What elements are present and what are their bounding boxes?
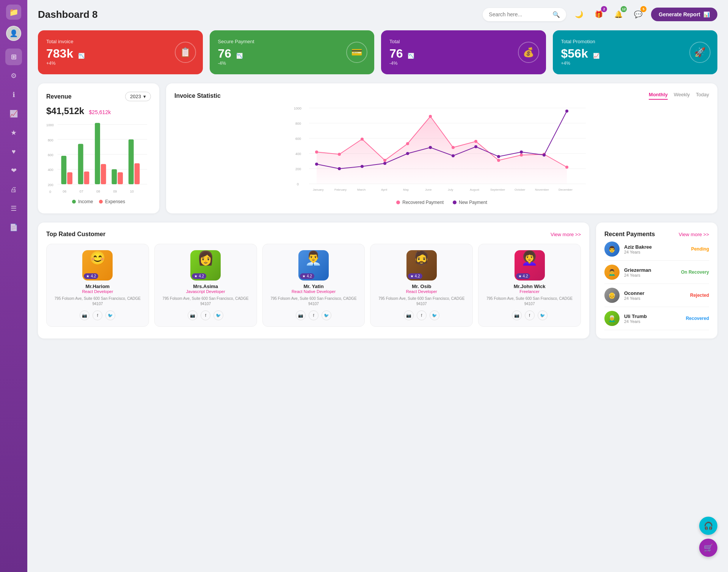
- svg-text:August: August: [470, 188, 480, 191]
- svg-point-68: [429, 146, 432, 149]
- social-icons-2: 📷 f 🐦: [267, 310, 360, 320]
- list-icon: ☰: [11, 204, 17, 213]
- tab-monthly[interactable]: Monthly: [649, 92, 668, 100]
- cart-fab[interactable]: 🛒: [699, 539, 717, 557]
- twitter-icon-1[interactable]: 🐦: [213, 310, 223, 320]
- svg-rect-19: [129, 139, 134, 184]
- customers-title: Top Rated Customer: [46, 231, 105, 238]
- payment-avatar-icon-0: 👨: [608, 246, 616, 253]
- payments-header: Recent Payments View more >>: [604, 231, 709, 238]
- recovered-dot: [396, 201, 400, 204]
- payment-age-3: 24 Years: [624, 319, 681, 324]
- stat-value-payment: 76 📉: [218, 47, 366, 61]
- dark-mode-toggle[interactable]: 🌙: [572, 8, 586, 21]
- svg-point-54: [383, 159, 386, 162]
- generate-report-button[interactable]: Generate Report 📊: [651, 8, 717, 21]
- facebook-icon-2[interactable]: f: [309, 310, 318, 320]
- payment-info-0: Aziz Bakree 24 Years: [624, 244, 687, 254]
- sidebar-item-dashboard[interactable]: ⊞: [5, 49, 22, 65]
- tab-today[interactable]: Today: [696, 92, 709, 100]
- sidebar-item-heart2[interactable]: ❤: [5, 162, 22, 179]
- stat-card-payment: Secure Payment 76 📉 -4% 💳: [210, 30, 375, 74]
- sidebar-item-settings[interactable]: ⚙: [5, 67, 22, 84]
- app-logo[interactable]: 📁: [6, 5, 21, 20]
- twitter-icon-2[interactable]: 🐦: [322, 310, 331, 320]
- twitter-icon-4[interactable]: 🐦: [538, 310, 548, 320]
- legend-new-label: New Payment: [459, 200, 487, 205]
- chevron-down-icon: ▾: [143, 94, 146, 99]
- instagram-icon-2[interactable]: 📷: [296, 310, 306, 320]
- sidebar-item-star[interactable]: ★: [5, 124, 22, 141]
- instagram-icon-1[interactable]: 📷: [188, 310, 198, 320]
- legend-recovered-payment: Recovered Payment: [396, 200, 444, 205]
- search-input[interactable]: [489, 11, 549, 17]
- customer-card-1: 👩 ★ 4.2 Mrs.Asima Javascript Developer 7…: [154, 244, 257, 327]
- sidebar-item-print[interactable]: 🖨: [5, 181, 22, 198]
- svg-text:600: 600: [295, 137, 301, 141]
- rating-value-3: 4.2: [415, 274, 420, 278]
- stat-change-payment: -4%: [218, 61, 366, 66]
- facebook-icon-3[interactable]: f: [417, 310, 427, 320]
- payments-view-more[interactable]: View more >>: [679, 232, 709, 237]
- payment-status-1: On Recovery: [681, 270, 709, 275]
- svg-point-56: [429, 115, 432, 118]
- logo-icon: 📁: [9, 8, 19, 17]
- headset-icon: 🎧: [704, 521, 713, 530]
- sidebar-item-doc[interactable]: 📄: [5, 219, 22, 236]
- payment-status-2: Rejected: [690, 293, 709, 298]
- svg-text:10: 10: [130, 190, 134, 193]
- sidebar-item-info[interactable]: ℹ: [5, 86, 22, 103]
- payment-avatar-3: 👨‍🦳: [604, 311, 620, 326]
- stat-label-promotion: Total Promotion: [561, 39, 709, 44]
- svg-rect-13: [78, 144, 83, 184]
- rating-badge-3: ★ 4.2: [408, 273, 422, 279]
- print-icon: 🖨: [10, 186, 17, 194]
- rating-badge-0: ★ 4.2: [84, 273, 98, 279]
- revenue-bar-chart: 1000 800 600 400 200 0: [46, 120, 151, 204]
- search-box[interactable]: 🔍: [483, 8, 566, 21]
- svg-point-69: [452, 154, 455, 157]
- avatar[interactable]: 👤: [6, 26, 21, 41]
- facebook-icon-0[interactable]: f: [93, 310, 102, 320]
- bell-btn[interactable]: 🔔 12: [612, 8, 625, 21]
- settings-icon: ⚙: [11, 72, 17, 80]
- chat-badge: 5: [640, 6, 646, 12]
- chart-bar-icon: 📊: [703, 11, 710, 17]
- support-fab[interactable]: 🎧: [699, 517, 717, 535]
- payment-avatar-icon-2: 👴: [608, 292, 616, 299]
- social-icons-1: 📷 f 🐦: [159, 310, 252, 320]
- customers-view-more[interactable]: View more >>: [551, 232, 581, 237]
- svg-text:December: December: [559, 188, 573, 191]
- gift-btn[interactable]: 🎁 2: [592, 8, 606, 21]
- sidebar-item-list[interactable]: ☰: [5, 200, 22, 217]
- payment-item-1: 👨‍🦱 Griezerman 24 Years On Recovery: [604, 261, 709, 284]
- svg-point-64: [338, 167, 341, 170]
- payment-info-3: Uli Trumb 24 Years: [624, 313, 681, 324]
- customer-name-2: Mr. Yatin: [267, 284, 360, 289]
- sidebar-item-heart[interactable]: ♥: [5, 143, 22, 160]
- svg-text:1000: 1000: [294, 107, 301, 110]
- stat-change-total: -4%: [389, 61, 538, 66]
- charts-row: Revenue 2023 ▾ $41,512k $25,612k: [38, 83, 717, 213]
- year-selector[interactable]: 2023 ▾: [125, 92, 151, 101]
- instagram-icon-3[interactable]: 📷: [404, 310, 414, 320]
- svg-point-65: [361, 165, 364, 168]
- payment-status-3: Recovered: [686, 316, 709, 321]
- bell-icon: 🔔: [614, 10, 623, 19]
- instagram-icon-0[interactable]: 📷: [80, 310, 89, 320]
- facebook-icon-4[interactable]: f: [525, 310, 535, 320]
- chat-btn[interactable]: 💬 5: [631, 8, 645, 21]
- tab-weekly[interactable]: Weekly: [674, 92, 690, 100]
- svg-rect-20: [135, 163, 140, 184]
- legend-income-label: Income: [78, 199, 93, 204]
- rating-value-2: 4.2: [307, 274, 312, 278]
- sidebar-item-chart[interactable]: 📈: [5, 105, 22, 122]
- instagram-icon-4[interactable]: 📷: [512, 310, 522, 320]
- gift-badge: 2: [601, 6, 607, 12]
- facebook-icon-1[interactable]: f: [201, 310, 210, 320]
- twitter-icon-3[interactable]: 🐦: [430, 310, 439, 320]
- twitter-icon-0[interactable]: 🐦: [105, 310, 115, 320]
- stat-card-invoice: Total invoice 783k 📉 +4% 📋: [38, 30, 203, 74]
- rating-value-4: 4.2: [523, 274, 528, 278]
- svg-point-63: [315, 163, 318, 166]
